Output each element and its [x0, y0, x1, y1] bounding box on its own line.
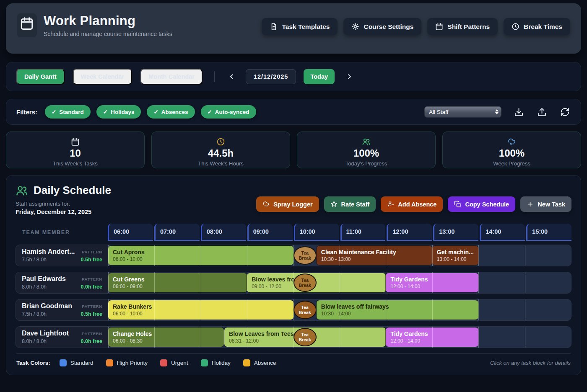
daily-schedule-panel: Daily Schedule Staff assignments for: Fr… — [6, 175, 581, 375]
new-task-button[interactable]: New Task — [520, 196, 571, 212]
filter-pill-auto-synced[interactable]: ✓ Auto-synced — [201, 105, 256, 119]
filter-pill-standard[interactable]: ✓ Standard — [45, 105, 91, 119]
time-header-cell: 12:00 — [387, 224, 432, 241]
time-header-row: TEAM MEMBER 06:00 07:00 08:00 09:00 10:0… — [16, 224, 571, 241]
task-title: Blow leaves off fairways — [321, 303, 474, 310]
chevron-right-icon[interactable] — [343, 70, 356, 83]
upload-icon[interactable] — [536, 106, 548, 118]
task-block[interactable]: Cut Greens 06:00 - 09:00 — [108, 273, 247, 292]
member-hours: 7.5h / 8.0h — [22, 257, 47, 263]
legend-label: Task Colors: — [16, 360, 50, 366]
download-icon[interactable] — [513, 106, 525, 118]
rate-staff-button[interactable]: Rate Staff — [324, 196, 376, 212]
task-title: Tidy Gardens — [390, 330, 474, 337]
member-name: Dave Lightfoot — [22, 330, 69, 337]
timeline: Rake Bunkers 06:00 - 10:00 Blow leaves o… — [108, 299, 571, 320]
time-header-cell: 07:00 — [154, 224, 200, 241]
date-input[interactable]: 12/12/2025 — [246, 69, 296, 84]
tea-break[interactable]: Tea Break — [294, 273, 317, 292]
stat-value: 100% — [297, 147, 435, 159]
tea-break[interactable]: Tea Break — [294, 328, 317, 346]
task-block[interactable]: Tidy Gardens 12:00 - 14:00 — [386, 273, 478, 292]
spray-logger-button[interactable]: Spray Logger — [256, 196, 319, 212]
task-time: 06:00 - 09:00 — [113, 284, 242, 289]
task-block[interactable]: Blow leaves from tees 09:00 - 12:00 — [247, 273, 386, 292]
cloud-rain-icon — [443, 137, 581, 146]
pattern-badge: PATTERN — [82, 331, 102, 336]
member-name: Paul Edwards — [22, 275, 66, 283]
task-block[interactable]: Cut Aprons 06:00 - 10:00 — [108, 246, 294, 265]
task-time: 10:30 - 13:00 — [321, 256, 428, 262]
check-icon: ✓ — [153, 108, 158, 115]
course-settings-button[interactable]: Course Settings — [343, 18, 421, 35]
task-title: Cut Aprons — [113, 249, 289, 255]
clock-icon — [512, 23, 519, 31]
task-block[interactable]: Tidy Gardens 12:00 - 14:00 — [386, 328, 478, 347]
chevron-left-icon[interactable] — [226, 70, 238, 83]
timeline: Change Holes 06:00 - 08:30 Blow Leaves f… — [108, 327, 571, 348]
member-hours: 7.5h / 8.0h — [22, 311, 47, 317]
divider — [16, 353, 571, 354]
tab-month-calendar[interactable]: Month Calendar — [140, 69, 203, 85]
today-button[interactable]: Today — [304, 69, 335, 84]
legend-item-high-priority: High Priority — [106, 359, 148, 366]
task-templates-button[interactable]: Task Templates — [262, 18, 338, 35]
tab-daily-gantt[interactable]: Daily Gantt — [16, 69, 65, 85]
check-icon: ✓ — [103, 108, 108, 115]
task-block[interactable]: Get machin... 13:00 - 14:00 — [432, 246, 478, 265]
task-block[interactable]: Blow leaves off fairways 10:30 - 14:00 — [317, 300, 478, 320]
task-block[interactable]: Clean Maintenance Facility 10:30 - 13:00 — [317, 246, 432, 265]
stat-value: 100% — [443, 147, 581, 159]
copy-schedule-button[interactable]: Copy Schedule — [448, 196, 515, 212]
stat-label: Today's Progress — [297, 160, 435, 167]
member-hours: 8.0h / 8.0h — [22, 284, 47, 290]
time-header-cell: 06:00 — [108, 224, 153, 241]
section-title: Daily Schedule — [34, 184, 111, 197]
task-block[interactable]: Change Holes 06:00 - 08:30 — [108, 328, 224, 347]
tea-break[interactable]: Tea Break — [294, 301, 317, 319]
member-free-hours: 0.5h free — [81, 311, 102, 317]
team-member-label: TEAM MEMBER — [22, 230, 70, 235]
staff-select[interactable]: All Staff — [424, 106, 501, 118]
legend-hint: Click on any task block for details — [490, 360, 571, 366]
tab-week-calendar[interactable]: Week Calendar — [73, 69, 132, 85]
task-block[interactable]: Rake Bunkers 06:00 - 10:00 — [108, 300, 294, 320]
cloud-rain-icon — [262, 201, 270, 208]
stat-card-hours: 44.5h This Week's Hours — [151, 132, 290, 168]
break-times-button[interactable]: Break Times — [504, 18, 570, 35]
time-header-cell: 08:00 — [201, 224, 246, 241]
task-time: 06:00 - 10:00 — [113, 256, 289, 262]
color-swatch — [60, 359, 67, 366]
refresh-icon[interactable] — [559, 106, 571, 118]
member-free-hours: 0.5h free — [81, 257, 102, 263]
gantt-row: Hamish Andert... PATTERN 7.5h / 8.0h 0.5… — [16, 245, 571, 266]
document-icon — [270, 23, 278, 31]
time-header-cell: 11:00 — [340, 224, 386, 241]
pattern-badge: PATTERN — [82, 277, 102, 281]
stat-value: 10 — [6, 147, 144, 159]
schedule-subtitle: Staff assignments for: — [16, 201, 111, 207]
filter-pill-absences[interactable]: ✓ Absences — [147, 105, 195, 119]
add-absence-button[interactable]: Add Absence — [381, 196, 443, 212]
task-title: Get machin... — [437, 249, 474, 255]
time-header-cell: 10:00 — [294, 224, 339, 241]
member-free-hours: 0.0h free — [81, 338, 102, 344]
shift-patterns-button[interactable]: Shift Patterns — [427, 18, 498, 35]
time-header-cell: 15:00 — [526, 224, 571, 241]
legend-item-holiday: Holiday — [201, 359, 231, 366]
tea-break[interactable]: Tea Break — [294, 246, 317, 265]
calendar-icon — [6, 137, 144, 146]
task-title: Change Holes — [113, 330, 219, 337]
filter-pill-holidays[interactable]: ✓ Holidays — [96, 105, 141, 119]
copy-icon — [454, 201, 461, 208]
member-cell: Hamish Andert... PATTERN 7.5h / 8.0h 0.5… — [16, 245, 108, 266]
color-swatch — [243, 359, 250, 366]
view-switcher-bar: Daily Gantt Week Calendar Month Calendar… — [6, 62, 581, 91]
clock-icon — [152, 137, 290, 146]
check-icon: ✓ — [208, 108, 212, 115]
plus-icon — [527, 201, 534, 208]
task-title: Blow leaves from tees — [252, 276, 381, 283]
person-minus-icon — [387, 201, 394, 208]
gear-icon — [351, 23, 359, 31]
check-icon: ✓ — [52, 108, 56, 115]
